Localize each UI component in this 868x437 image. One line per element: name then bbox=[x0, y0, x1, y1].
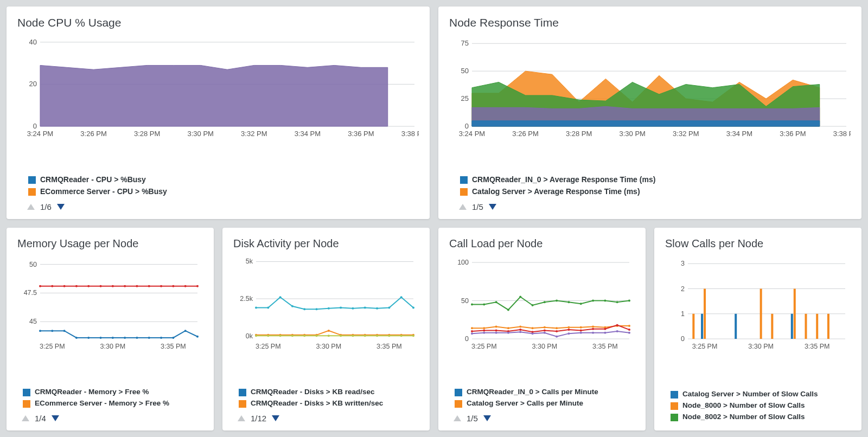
svg-point-132 bbox=[567, 301, 570, 303]
svg-text:25: 25 bbox=[461, 94, 469, 102]
svg-text:1: 1 bbox=[681, 310, 685, 318]
svg-rect-198 bbox=[794, 288, 796, 339]
pager-down-icon[interactable] bbox=[489, 204, 496, 210]
svg-point-179 bbox=[628, 331, 630, 333]
svg-text:50: 50 bbox=[29, 260, 37, 268]
card-title: Call Load per Node bbox=[449, 237, 635, 250]
svg-point-103 bbox=[279, 335, 282, 337]
svg-point-58 bbox=[136, 285, 138, 287]
legend-item: Catalog Server > Number of Slow Calls bbox=[671, 389, 851, 400]
svg-point-169 bbox=[507, 331, 509, 333]
pager-up-icon[interactable] bbox=[22, 415, 29, 421]
svg-point-130 bbox=[544, 301, 546, 303]
svg-point-43 bbox=[124, 337, 126, 339]
svg-point-48 bbox=[184, 330, 187, 332]
svg-point-127 bbox=[507, 309, 509, 311]
svg-point-146 bbox=[567, 326, 570, 329]
pager-up-icon[interactable] bbox=[238, 415, 245, 421]
card-slow-calls: Slow Calls per Node 01233:25 PM3:30 PM3:… bbox=[654, 228, 861, 430]
svg-point-165 bbox=[628, 329, 630, 331]
svg-text:3:28 PM: 3:28 PM bbox=[134, 130, 160, 138]
svg-point-134 bbox=[592, 299, 594, 301]
svg-text:3:30 PM: 3:30 PM bbox=[748, 343, 774, 350]
svg-text:0: 0 bbox=[681, 335, 685, 343]
svg-point-75 bbox=[279, 296, 282, 298]
svg-text:3:26 PM: 3:26 PM bbox=[512, 130, 538, 138]
chart-cpu[interactable]: 020403:24 PM3:26 PM3:28 PM3:30 PM3:32 PM… bbox=[17, 35, 419, 168]
legend-item: Node_8002 > Number of Slow Calls bbox=[671, 412, 851, 423]
card-title: Disk Activity per Node bbox=[233, 237, 419, 250]
legend-swatch bbox=[28, 176, 36, 184]
svg-point-55 bbox=[100, 285, 102, 287]
pager-down-icon[interactable] bbox=[57, 204, 65, 210]
legend-swatch bbox=[239, 389, 246, 396]
legend-disk: CRMQReader - Disks > KB read/secCRMQRead… bbox=[233, 387, 419, 409]
svg-point-166 bbox=[471, 332, 473, 335]
pager-down-icon[interactable] bbox=[272, 415, 279, 421]
chart-call-load[interactable]: 0501003:25 PM3:30 PM3:35 PM bbox=[449, 255, 635, 380]
svg-text:3:28 PM: 3:28 PM bbox=[566, 130, 592, 138]
svg-point-59 bbox=[148, 285, 150, 287]
svg-point-170 bbox=[519, 331, 521, 333]
pager-down-icon[interactable] bbox=[52, 415, 59, 421]
svg-point-133 bbox=[580, 303, 582, 305]
svg-text:3:24 PM: 3:24 PM bbox=[459, 130, 485, 138]
svg-text:2.5k: 2.5k bbox=[240, 295, 253, 303]
chart-slow-calls[interactable]: 01233:25 PM3:30 PM3:35 PM bbox=[665, 255, 851, 382]
svg-point-63 bbox=[196, 285, 199, 287]
svg-text:3:32 PM: 3:32 PM bbox=[673, 130, 699, 138]
chart-memory[interactable]: 4547.5503:25 PM3:30 PM3:35 PM bbox=[17, 255, 203, 380]
legend-swatch bbox=[460, 188, 468, 196]
svg-point-47 bbox=[172, 337, 174, 339]
legend-response: CRMQReader_IN_0 > Average Response Time … bbox=[449, 174, 851, 197]
svg-point-42 bbox=[112, 337, 114, 339]
svg-point-114 bbox=[412, 335, 414, 337]
svg-point-158 bbox=[544, 329, 546, 331]
pager-down-icon[interactable] bbox=[483, 415, 491, 421]
svg-point-101 bbox=[255, 335, 257, 337]
svg-point-37 bbox=[51, 330, 53, 332]
pager-text: 1/5 bbox=[472, 202, 483, 211]
legend-swatch bbox=[671, 402, 678, 410]
svg-rect-191 bbox=[701, 314, 703, 339]
svg-point-147 bbox=[580, 326, 582, 329]
svg-text:3:35 PM: 3:35 PM bbox=[592, 343, 618, 350]
svg-point-56 bbox=[112, 285, 114, 287]
card-memory-usage: Memory Usage per Node 4547.5503:25 PM3:3… bbox=[7, 228, 214, 430]
svg-point-61 bbox=[172, 285, 174, 287]
legend-label: ECommerce Server - CPU > %Busy bbox=[40, 186, 167, 198]
legend-item: Node_8000 > Number of Slow Calls bbox=[671, 400, 851, 412]
svg-text:0: 0 bbox=[465, 122, 469, 130]
legend-swatch bbox=[23, 400, 30, 408]
svg-rect-196 bbox=[760, 288, 762, 339]
svg-text:3:30 PM: 3:30 PM bbox=[532, 343, 558, 350]
svg-rect-200 bbox=[816, 314, 818, 339]
pager-up-icon[interactable] bbox=[459, 204, 467, 210]
svg-text:3:32 PM: 3:32 PM bbox=[241, 130, 267, 138]
svg-rect-199 bbox=[805, 314, 807, 339]
svg-point-83 bbox=[376, 307, 378, 310]
svg-point-126 bbox=[495, 301, 497, 303]
pager-up-icon[interactable] bbox=[454, 415, 461, 421]
svg-point-111 bbox=[376, 335, 378, 337]
chart-response[interactable]: 02550753:24 PM3:26 PM3:28 PM3:30 PM3:32 … bbox=[449, 35, 851, 168]
legend-item: ECommerce Server - Memory > Free % bbox=[23, 398, 203, 409]
svg-point-128 bbox=[519, 295, 521, 298]
svg-text:3:30 PM: 3:30 PM bbox=[316, 343, 342, 350]
svg-point-167 bbox=[483, 331, 485, 333]
legend-item: Catalog Server > Average Response Time (… bbox=[460, 186, 851, 198]
svg-point-84 bbox=[388, 306, 390, 309]
legend-label: Node_8002 > Number of Slow Calls bbox=[682, 412, 805, 423]
svg-rect-192 bbox=[735, 314, 737, 339]
svg-rect-194 bbox=[692, 314, 694, 339]
legend-swatch bbox=[23, 389, 30, 396]
pager-up-icon[interactable] bbox=[27, 204, 35, 210]
svg-point-49 bbox=[196, 336, 199, 338]
legend-item: ECommerce Server - CPU > %Busy bbox=[28, 186, 419, 198]
chart-disk[interactable]: 0k2.5k5k3:25 PM3:30 PM3:35 PM bbox=[233, 255, 419, 380]
svg-text:0k: 0k bbox=[246, 332, 253, 339]
pager-text: 1/6 bbox=[40, 202, 52, 211]
pager-memory: 1/4 bbox=[17, 414, 203, 423]
svg-point-142 bbox=[519, 325, 521, 327]
svg-point-76 bbox=[291, 305, 293, 307]
